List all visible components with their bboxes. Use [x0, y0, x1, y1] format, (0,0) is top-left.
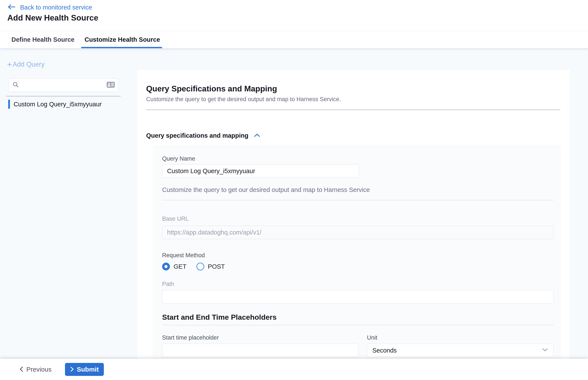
back-link-label: Back to monitored service [20, 4, 92, 11]
start-time-label: Start time placeholder [162, 334, 358, 341]
panel-divider [162, 325, 554, 325]
request-method-radio-group: GET POST [162, 263, 554, 270]
card-header: Query Specifications and Mapping Customi… [137, 70, 570, 110]
path-input[interactable] [162, 290, 554, 304]
plus-icon: + [7, 60, 12, 69]
radio-post[interactable]: POST [196, 263, 225, 270]
start-time-input[interactable] [162, 344, 358, 357]
chevron-down-icon [542, 348, 548, 353]
footer-action-bar: Previous Submit [0, 359, 588, 380]
unit-select[interactable]: Seconds [367, 344, 554, 357]
chevron-up-icon[interactable] [254, 133, 260, 139]
main-card: Query Specifications and Mapping Customi… [137, 70, 570, 380]
sidebar-divider [6, 96, 121, 96]
query-list-item-selected[interactable]: Custom Log Query_i5xmyyuaur [8, 100, 102, 109]
previous-button-label: Previous [26, 366, 52, 373]
card-header-divider [146, 110, 560, 110]
submit-button-label: Submit [77, 366, 99, 373]
query-spec-panel: Query Name Customize the query to get ou… [153, 145, 561, 380]
query-search-box[interactable] [8, 78, 118, 92]
radio-post-label: POST [208, 263, 225, 270]
request-method-label: Request Method [162, 252, 554, 259]
path-label: Path [162, 281, 554, 287]
chevron-right-icon [70, 366, 74, 373]
page-title: Add New Health Source [7, 13, 98, 22]
back-link[interactable]: Back to monitored service [7, 3, 92, 11]
selected-indicator-bar [8, 100, 10, 109]
query-search-input[interactable] [22, 82, 106, 89]
page-header: Back to monitored service Add New Health… [0, 0, 588, 31]
query-item-label: Custom Log Query_i5xmyyuaur [14, 101, 102, 108]
section-header: Query specifications and mapping [146, 132, 570, 139]
section-title: Query specifications and mapping [146, 132, 248, 139]
query-name-helper: Customize the query to get our desired o… [162, 186, 554, 193]
unit-select-value: Seconds [372, 347, 397, 354]
active-tab-underline [81, 47, 162, 48]
start-time-field: Start time placeholder [162, 334, 358, 357]
radio-selected-icon [162, 263, 170, 270]
unit-label: Unit [367, 334, 554, 341]
add-query-label: Add Query [13, 60, 44, 68]
chevron-left-icon [19, 366, 24, 373]
time-placeholders-heading: Start and End Time Placeholders [162, 313, 554, 322]
unit-field: Unit Seconds [367, 334, 554, 357]
radio-get[interactable]: GET [162, 263, 187, 270]
base-url-label: Base URL [162, 215, 554, 222]
arrow-left-icon [7, 3, 16, 11]
search-icon [13, 81, 19, 89]
query-name-input[interactable] [162, 164, 359, 178]
card-view-icon[interactable] [106, 81, 115, 89]
previous-button[interactable]: Previous [19, 366, 52, 373]
query-name-label: Query Name [162, 155, 554, 162]
tab-label: Define Health Source [11, 36, 74, 43]
base-url-input[interactable] [162, 226, 554, 239]
tab-define-health-source[interactable]: Define Health Source [11, 31, 74, 48]
tab-bar: Define Health Source Customize Health So… [0, 31, 588, 48]
card-subtitle: Customize the query to get the desired o… [146, 96, 560, 103]
time-placeholder-row: Start time placeholder Unit Seconds [162, 334, 554, 357]
content-area: + Add Query Custom Log Query_i5xmyyuaur … [0, 48, 588, 380]
card-title: Query Specifications and Mapping [146, 84, 560, 93]
panel-divider [162, 200, 554, 200]
radio-unselected-icon [196, 263, 204, 270]
tab-label: Customize Health Source [85, 36, 160, 43]
radio-get-label: GET [173, 263, 187, 270]
submit-button[interactable]: Submit [65, 363, 104, 376]
add-query-button[interactable]: + Add Query [7, 60, 44, 69]
tab-customize-health-source[interactable]: Customize Health Source [85, 31, 160, 48]
